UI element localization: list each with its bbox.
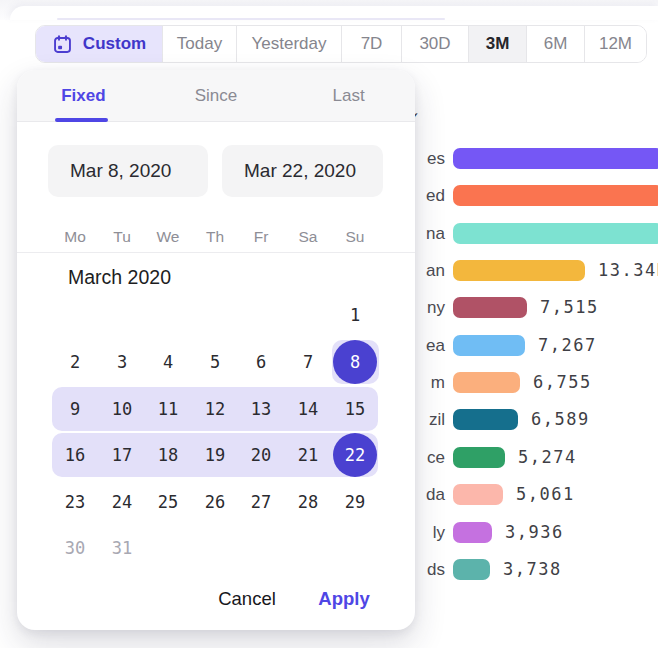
chart-row-label: ny [427, 297, 445, 318]
weekday-divider [17, 252, 415, 253]
chart-row-label: m [431, 372, 445, 393]
chart-bar[interactable] [453, 522, 492, 543]
apply-button[interactable]: Apply [296, 585, 392, 613]
cancel-button[interactable]: Cancel [199, 585, 295, 613]
calendar-icon [52, 34, 73, 55]
month-label: March 2020 [68, 266, 171, 289]
day-cell-27[interactable]: 27 [238, 480, 285, 524]
preset-6m-button[interactable]: 6M [527, 26, 585, 62]
day-cell-20[interactable]: 20 [238, 433, 285, 477]
chart-bar-value: 5,274 [518, 447, 577, 468]
day-cell-7[interactable]: 7 [285, 340, 332, 384]
day-cell-8[interactable]: 8 [333, 340, 377, 384]
day-cell-11[interactable]: 11 [145, 387, 192, 431]
preset-3m-button[interactable]: 3M [469, 26, 527, 62]
chart-bar[interactable] [453, 297, 527, 318]
tab-since[interactable]: Since [150, 70, 283, 121]
chart-bar[interactable] [453, 335, 525, 356]
day-cell-30[interactable]: 30 [52, 526, 99, 570]
day-cell-3[interactable]: 3 [99, 340, 146, 384]
day-cell-15[interactable]: 15 [332, 387, 379, 431]
active-tab-underline [55, 118, 108, 122]
chart-bar-value: 13.34K [598, 260, 658, 281]
day-cell-14[interactable]: 14 [285, 387, 332, 431]
chart-bar[interactable] [453, 148, 658, 169]
chart-row-label: da [426, 484, 445, 505]
chart-bar-value: 7,267 [538, 335, 597, 356]
day-cell-18[interactable]: 18 [145, 433, 192, 477]
chart-bar[interactable] [453, 447, 505, 468]
chart-bar[interactable] [453, 484, 503, 505]
day-cell-10[interactable]: 10 [99, 387, 146, 431]
day-cell-26[interactable]: 26 [192, 480, 239, 524]
weekday-sa: Sa [285, 226, 332, 248]
day-cell-12[interactable]: 12 [192, 387, 239, 431]
chart-bar-value: 6,755 [533, 372, 592, 393]
chart-bar[interactable] [453, 185, 658, 206]
day-cell-6[interactable]: 6 [238, 340, 285, 384]
weekday-th: Th [192, 226, 239, 248]
day-cell-9[interactable]: 9 [52, 387, 99, 431]
weekday-fr: Fr [238, 226, 285, 248]
weekday-su: Su [332, 226, 379, 248]
preset-today-button[interactable]: Today [163, 26, 237, 62]
chart-bar-value: 7,515 [540, 297, 599, 318]
day-cell-5[interactable]: 5 [192, 340, 239, 384]
day-cell-19[interactable]: 19 [192, 433, 239, 477]
chart-bar[interactable] [453, 223, 658, 244]
start-date-input[interactable]: Mar 8, 2020 [48, 145, 208, 197]
chart-row-label: ed [426, 185, 445, 206]
chart-row-label: es [427, 148, 445, 169]
day-cell-2[interactable]: 2 [52, 340, 99, 384]
chart-row-label: an [426, 260, 445, 281]
chart-bar[interactable] [453, 559, 490, 580]
chart-row-label: ce [427, 447, 445, 468]
day-cell-28[interactable]: 28 [285, 480, 332, 524]
chart-bar-value: 6,589 [531, 409, 590, 430]
chart-bar-value: 3,936 [505, 522, 564, 543]
end-date-input[interactable]: Mar 22, 2020 [222, 145, 383, 197]
day-cell-25[interactable]: 25 [145, 480, 192, 524]
preset-30d-button[interactable]: 30D [402, 26, 469, 62]
chart-row-label: ea [426, 335, 445, 356]
day-cell-24[interactable]: 24 [99, 480, 146, 524]
day-cell-16[interactable]: 16 [52, 433, 99, 477]
day-cell-21[interactable]: 21 [285, 433, 332, 477]
preset-12m-button[interactable]: 12M [585, 26, 646, 62]
day-cell-17[interactable]: 17 [99, 433, 146, 477]
chart-bar[interactable] [453, 260, 585, 281]
preset-custom-button[interactable]: Custom [36, 26, 163, 62]
day-cell-1[interactable]: 1 [332, 293, 379, 337]
day-cell-4[interactable]: 4 [145, 340, 192, 384]
chart-row-label: na [426, 223, 445, 244]
day-cell-23[interactable]: 23 [52, 480, 99, 524]
app-root: esednaan13.34Kny7,515ea7,267m6,755zil6,5… [0, 0, 658, 648]
day-cell-29[interactable]: 29 [332, 480, 379, 524]
chart-row-label: ly [433, 522, 445, 543]
weekday-tu: Tu [99, 226, 146, 248]
preset-7d-button[interactable]: 7D [342, 26, 402, 62]
chart-bar-value: 5,061 [516, 484, 575, 505]
weekday-mo: Mo [52, 226, 99, 248]
preset-custom-label: Custom [83, 34, 146, 54]
picker-tab-bar: Fixed Since Last [17, 70, 415, 122]
tab-last[interactable]: Last [282, 70, 415, 121]
chart-bar-value: 3,738 [503, 559, 562, 580]
preset-yesterday-button[interactable]: Yesterday [237, 26, 342, 62]
chart-bar[interactable] [453, 409, 518, 430]
day-cell-31[interactable]: 31 [99, 526, 146, 570]
day-cell-13[interactable]: 13 [238, 387, 285, 431]
chart-row-label: zil [429, 409, 445, 430]
toolbar-presets: Custom TodayYesterday7D30D3M6M12M [35, 25, 647, 63]
chart-bar[interactable] [453, 372, 520, 393]
weekday-we: We [145, 226, 192, 248]
date-range-picker: Fixed Since Last Mar 8, 2020 Mar 22, 202… [17, 70, 415, 630]
day-cell-22[interactable]: 22 [333, 433, 377, 477]
chart-row-label: ds [427, 559, 445, 580]
tab-fixed[interactable]: Fixed [17, 70, 150, 121]
